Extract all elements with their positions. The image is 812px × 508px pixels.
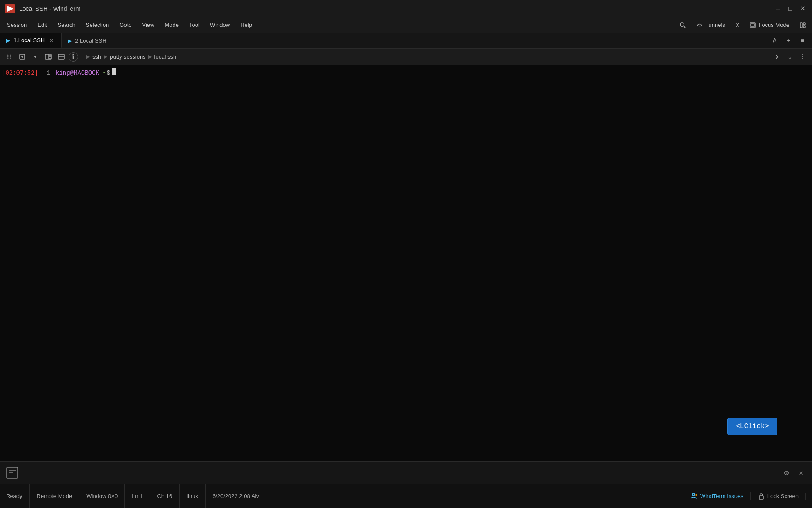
title-bar: Local SSH - WindTerm – □ ✕ [0, 0, 812, 17]
svg-line-3 [684, 26, 685, 28]
menu-right: Tunnels X Focus Mode [675, 20, 810, 30]
grip-icon [3, 51, 15, 63]
windterm-issues-label: WindTerm Issues [700, 493, 743, 499]
app-icon [5, 4, 15, 13]
menu-tool[interactable]: Tool [184, 20, 205, 30]
x-label: X [736, 22, 740, 28]
window-title: Local SSH - WindTerm [19, 5, 774, 12]
svg-point-30 [695, 494, 697, 496]
tunnels-label: Tunnels [705, 22, 725, 28]
menu-help[interactable]: Help [235, 20, 257, 30]
tab-1-local-ssh[interactable]: ▶ 1.Local SSH ✕ [0, 33, 62, 48]
svg-rect-5 [751, 23, 754, 27]
dropdown-arrow[interactable]: ▾ [29, 51, 41, 63]
toolbar-left: ▾ ℹ [3, 51, 84, 63]
more-button[interactable]: ⋮ [797, 51, 809, 63]
svg-rect-7 [803, 23, 805, 25]
status-ready: Ready [6, 484, 30, 508]
terminal[interactable]: [02:07:52] 1 king@MACBOOK:~$ | <LClick> [0, 65, 812, 461]
menu-bar: Session Edit Search Selection Goto View … [0, 17, 812, 33]
status-remote-mode[interactable]: Remote Mode [30, 484, 80, 508]
x-button[interactable]: X [731, 20, 744, 30]
menu-view[interactable]: View [137, 20, 160, 30]
bottom-panel: ⚙ ✕ [0, 461, 812, 484]
lclick-tooltip: <LClick> [727, 418, 777, 435]
datetime-text: 6/20/2022 2:08 AM [213, 493, 260, 499]
panel-settings-button[interactable]: ⚙ [781, 467, 792, 478]
tab-2-local-ssh[interactable]: ▶ 2.Local SSH [62, 33, 113, 48]
tunnels-button[interactable]: Tunnels [692, 20, 730, 30]
svg-rect-31 [759, 496, 763, 499]
breadcrumb-arrow3: ▶ [148, 54, 152, 59]
info-button[interactable]: ℹ [69, 52, 78, 62]
terminal-line-1: [02:07:52] 1 king@MACBOOK:~$ [2, 68, 810, 78]
toolbar: ▾ ℹ ▶ ssh ▶ putty sessions ▶ local ssh [0, 49, 812, 65]
menu-search[interactable]: Search [52, 20, 81, 30]
menu-goto[interactable]: Goto [114, 20, 137, 30]
svg-point-13 [10, 56, 11, 57]
status-datetime: 6/20/2022 2:08 AM [206, 484, 267, 508]
breadcrumb-ssh[interactable]: ssh [92, 53, 101, 60]
tab1-label: 1.Local SSH [13, 37, 45, 43]
tab-bar: ▶ 1.Local SSH ✕ ▶ 2.Local SSH A + ≡ [0, 33, 812, 49]
svg-point-29 [692, 493, 695, 496]
main-area: [02:07:52] 1 king@MACBOOK:~$ | <LClick> [0, 65, 812, 461]
panel-close-button[interactable]: ✕ [796, 467, 807, 478]
breadcrumb-local-ssh[interactable]: local ssh [154, 53, 177, 60]
collapse-button[interactable]: ⌄ [784, 51, 796, 63]
focus-mode-button[interactable]: Focus Mode [745, 20, 794, 30]
breadcrumb-putty-sessions[interactable]: putty sessions [110, 53, 145, 60]
tab-font-button[interactable]: A [769, 35, 781, 47]
panel-right: ⚙ ✕ [781, 467, 807, 478]
svg-rect-8 [803, 26, 805, 28]
lock-screen-label: Lock Screen [767, 493, 799, 499]
lock-screen[interactable]: Lock Screen [751, 493, 806, 500]
search-button[interactable] [675, 20, 691, 30]
tab2-icon: ▶ [68, 38, 72, 44]
ready-text: Ready [6, 493, 23, 499]
ch-text: Ch 16 [157, 493, 172, 499]
tab-add-button[interactable]: + [783, 35, 795, 47]
menu-session[interactable]: Session [2, 20, 32, 30]
new-pane-button[interactable] [16, 51, 28, 63]
windterm-issues-content: WindTerm Issues [690, 492, 743, 500]
maximize-button[interactable]: □ [786, 4, 795, 13]
svg-point-9 [7, 54, 9, 56]
toolbar-right: ❯ ⌄ ⋮ [771, 51, 809, 63]
svg-rect-6 [800, 23, 802, 28]
ln-text: Ln 1 [132, 493, 143, 499]
menu-selection[interactable]: Selection [81, 20, 114, 30]
minimize-button[interactable]: – [774, 4, 783, 13]
close-button[interactable]: ✕ [798, 4, 807, 13]
tab-menu-button[interactable]: ≡ [796, 35, 809, 47]
os-text: linux [187, 493, 198, 499]
panel-terminal-icon [5, 466, 19, 480]
menu-mode[interactable]: Mode [159, 20, 184, 30]
split-horiz-button[interactable] [43, 51, 54, 63]
prompt-time: [02:07:52] [2, 68, 38, 78]
prompt-user-host: king@MACBOOK: [56, 68, 103, 78]
svg-point-11 [7, 58, 9, 59]
breadcrumb: ▶ ssh ▶ putty sessions ▶ local ssh [86, 53, 769, 60]
expand-button[interactable]: ❯ [771, 51, 783, 63]
tab1-icon: ▶ [6, 37, 10, 43]
status-window-size[interactable]: Window 0×0 [79, 484, 125, 508]
text-cursor: | [405, 238, 407, 248]
breadcrumb-arrow2: ▶ [104, 54, 107, 59]
svg-point-12 [10, 54, 11, 56]
tab-actions: A + ≡ [769, 33, 812, 48]
prompt-dollar: $ [107, 68, 110, 78]
menu-window[interactable]: Window [205, 20, 235, 30]
windterm-issues[interactable]: WindTerm Issues [690, 492, 751, 500]
window-size-text: Window 0×0 [86, 493, 118, 499]
status-ln: Ln 1 [125, 484, 150, 508]
menu-edit[interactable]: Edit [32, 20, 52, 30]
divider [82, 53, 82, 61]
status-bar: Ready Remote Mode Window 0×0 Ln 1 Ch 16 … [0, 484, 812, 508]
layout-button[interactable] [796, 20, 810, 30]
tab2-label: 2.Local SSH [75, 37, 106, 44]
split-vert-button[interactable] [56, 51, 67, 63]
tab1-close-button[interactable]: ✕ [48, 37, 55, 44]
prompt-path: ~ [103, 68, 106, 78]
focus-mode-label: Focus Mode [758, 22, 789, 28]
